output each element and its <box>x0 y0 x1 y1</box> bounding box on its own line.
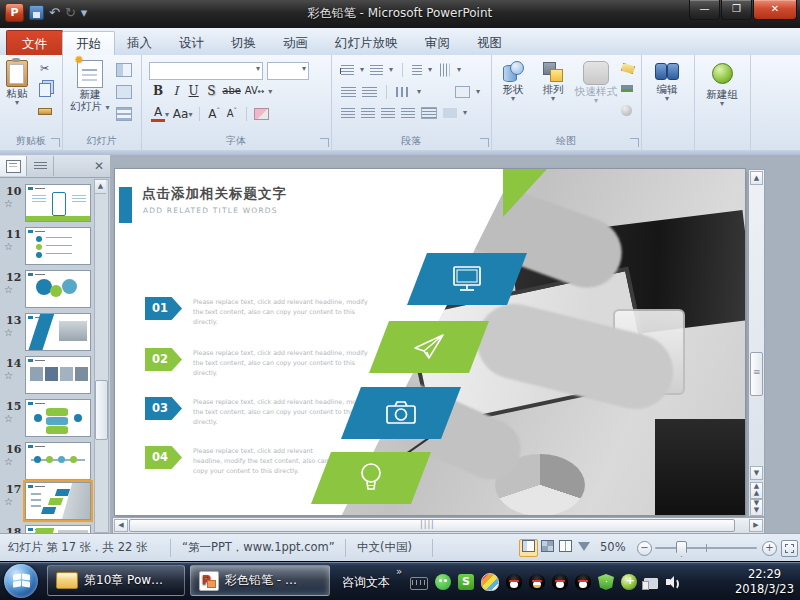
smartart-convert-icon[interactable] <box>443 108 457 118</box>
quick-styles-button[interactable]: 快速样式▾ <box>573 61 619 105</box>
editing-button[interactable]: 编辑▾ <box>649 63 685 103</box>
qq-icon[interactable] <box>552 574 568 590</box>
align-left-icon[interactable] <box>341 108 355 118</box>
font-dialog-launcher[interactable] <box>320 138 329 147</box>
scroll-up-icon[interactable]: ▲ <box>750 171 763 185</box>
thumbnail-slide-15[interactable]: 15☆ <box>0 398 96 440</box>
qq-icon[interactable] <box>575 574 591 590</box>
taskbar-item-powerpoint[interactable]: 彩色铅笔 - … <box>190 565 330 596</box>
shapes-button[interactable]: 形状▾ <box>495 61 531 103</box>
tab-outline[interactable] <box>27 156 54 176</box>
vertical-scrollbar[interactable]: ▲ ▼ ▲▲ ▼▼ <box>748 169 765 517</box>
tab-design[interactable]: 设计 <box>166 31 217 55</box>
thumbnail-slide-11[interactable]: 11☆ <box>0 226 96 268</box>
arrange-button[interactable]: 排列▾ <box>535 61 571 103</box>
reset-slide-icon[interactable] <box>116 85 132 99</box>
tab-transitions[interactable]: 切换 <box>218 31 269 55</box>
zoom-out-button[interactable]: − <box>637 541 652 556</box>
bold-button[interactable]: B <box>151 84 165 98</box>
qq-briefcase-icon[interactable] <box>529 574 545 590</box>
item-tag-02[interactable]: 02 <box>145 348 182 371</box>
line-spacing-icon[interactable] <box>412 65 422 75</box>
character-spacing-button[interactable]: AV↔ <box>245 85 265 96</box>
tab-slideshow[interactable]: 幻灯片放映 <box>322 31 411 55</box>
copy-icon[interactable] <box>38 81 51 97</box>
format-painter-icon[interactable] <box>36 103 53 115</box>
slide-layout-icon[interactable] <box>116 63 132 77</box>
zoom-in-button[interactable]: + <box>762 541 777 556</box>
security-shield-icon[interactable] <box>598 574 614 590</box>
taskbar-item-folder[interactable]: 第10章 Pow… <box>47 565 185 596</box>
bulb-parallelogram[interactable] <box>311 452 431 504</box>
close-button[interactable]: ✕ <box>753 0 797 20</box>
sogou-icon[interactable]: S <box>458 574 474 590</box>
font-size-combo[interactable] <box>267 62 309 80</box>
tab-insert[interactable]: 插入 <box>114 31 165 55</box>
zoom-level[interactable]: 50% <box>600 540 626 554</box>
clear-formatting-icon[interactable] <box>254 108 269 120</box>
item-text-02[interactable]: Please replace text, click add relevant … <box>193 348 371 377</box>
thumbnail-slide-12[interactable]: 12☆ <box>0 269 96 311</box>
paper-plane-parallelogram[interactable] <box>369 321 489 373</box>
thumbnail-slide-17-selected[interactable]: 17☆ <box>0 481 96 523</box>
rainbow-input-icon[interactable] <box>481 573 499 591</box>
network-icon[interactable] <box>644 578 658 589</box>
scrollbar-thumb[interactable] <box>750 352 763 396</box>
shrink-font-button[interactable]: A˅ <box>225 107 239 119</box>
font-name-combo[interactable] <box>149 62 263 80</box>
next-slide-button[interactable]: ▼▼ <box>750 499 763 516</box>
numbering-icon[interactable] <box>370 65 383 75</box>
previous-slide-button[interactable]: ▲▲ <box>750 482 763 499</box>
italic-button[interactable]: I <box>169 84 183 98</box>
normal-view-button[interactable] <box>519 539 538 557</box>
scrollbar-thumb[interactable] <box>95 380 108 440</box>
scroll-up-icon[interactable]: ▲ <box>95 180 106 194</box>
paragraph-dialog-launcher[interactable] <box>480 138 489 147</box>
align-center-icon[interactable] <box>361 108 375 118</box>
distribute-icon[interactable] <box>421 107 437 119</box>
tab-animations[interactable]: 动画 <box>270 31 321 55</box>
tab-slides-thumbnails[interactable] <box>0 156 27 176</box>
item-tag-01[interactable]: 01 <box>145 297 182 320</box>
item-text-03[interactable]: Please replace text, click add relevant … <box>193 397 371 426</box>
close-pane-icon[interactable]: ✕ <box>94 159 104 173</box>
item-text-01[interactable]: Please replace text, click add relevant … <box>193 297 371 326</box>
shape-fill-icon[interactable] <box>621 63 635 74</box>
speaker-icon[interactable] <box>665 574 681 590</box>
wechat-icon[interactable] <box>435 574 451 590</box>
scrollbar-thumb[interactable] <box>129 519 735 532</box>
change-case-button[interactable]: Aa <box>173 107 189 121</box>
increase-indent-icon[interactable] <box>362 87 377 97</box>
tab-home[interactable]: 开始 <box>62 31 115 56</box>
thumbnail-slide-14[interactable]: 14☆ <box>0 355 96 397</box>
horizontal-scrollbar[interactable]: ◀ ▶ <box>112 517 765 534</box>
section-icon[interactable] <box>116 107 132 121</box>
item-text-04[interactable]: Please replace text, click add relevant … <box>193 446 343 475</box>
taskbar-clock[interactable]: 22:29 2018/3/23 <box>735 567 794 597</box>
align-right-icon[interactable] <box>381 108 395 118</box>
reading-view-button[interactable] <box>557 540 574 556</box>
camera-parallelogram[interactable] <box>341 387 461 439</box>
shape-outline-icon[interactable] <box>621 85 633 92</box>
zoom-slider-thumb[interactable] <box>676 541 687 557</box>
clipboard-dialog-launcher[interactable] <box>51 138 60 147</box>
align-text-icon[interactable] <box>455 86 470 98</box>
start-button[interactable] <box>4 564 38 598</box>
tab-view[interactable]: 视图 <box>464 31 515 55</box>
strikethrough-button[interactable]: abe <box>222 85 241 96</box>
item-tag-03[interactable]: 03 <box>145 397 182 420</box>
scroll-left-icon[interactable]: ◀ <box>114 519 128 532</box>
toolbar-chevron-icon[interactable]: » <box>396 566 402 577</box>
item-tag-04[interactable]: 04 <box>145 446 182 469</box>
taskbar-toolbar-text[interactable]: 咨询文本 <box>342 574 390 591</box>
360-safe-icon[interactable] <box>621 574 637 590</box>
tab-file[interactable]: 文件 <box>6 30 63 56</box>
minimize-button[interactable]: — <box>689 0 720 20</box>
paste-button[interactable]: 粘贴 ▾ <box>2 60 32 107</box>
monitor-parallelogram[interactable] <box>407 253 527 305</box>
bullets-icon[interactable] <box>341 65 354 75</box>
cut-icon[interactable]: ✂ <box>36 61 53 77</box>
tab-review[interactable]: 审阅 <box>412 31 463 55</box>
font-color-button[interactable]: A <box>151 105 165 122</box>
drawing-dialog-launcher[interactable] <box>630 138 639 147</box>
